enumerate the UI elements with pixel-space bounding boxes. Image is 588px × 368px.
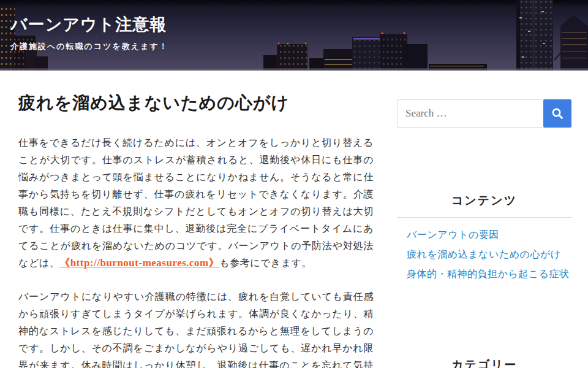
burnout-measures-url-link[interactable]: 《http://burnout-measures.com》: [59, 257, 219, 269]
list-item: 疲れを溜め込まないための心がけ: [407, 245, 571, 264]
list-item: バーンアウトの要因: [407, 225, 571, 245]
search-button[interactable]: [543, 99, 571, 128]
paragraph-text: も参考にできます。: [219, 258, 312, 268]
main-wrap: 疲れを溜め込まないための心がけ 仕事をできるだけ長く続けるためには、オンとオフを…: [0, 71, 588, 368]
site-header: バーンアウト注意報 介護施設への転職のコツを教えます！: [0, 0, 588, 71]
site-title-link[interactable]: バーンアウト注意報: [10, 16, 167, 34]
contents-link-list: バーンアウトの要因 疲れを溜め込まないための心がけ 身体的・精神的負担から起こる…: [397, 225, 571, 284]
search-icon: [551, 107, 564, 120]
sidebar-link-avoid-fatigue[interactable]: 疲れを溜め込まないための心がけ: [407, 249, 561, 259]
sidebar-link-symptoms[interactable]: 身体的・精神的負担から起こる症状: [407, 269, 570, 279]
categories-widget: カテゴリー: [397, 357, 571, 368]
site-tagline: 介護施設への転職のコツを教えます！: [10, 41, 168, 52]
contents-widget: コンテンツ バーンアウトの要因 疲れを溜め込まないための心がけ 身体的・精神的負…: [397, 193, 571, 284]
search-input[interactable]: [397, 99, 543, 128]
article-paragraph-1: 仕事をできるだけ長く続けるためには、オンとオフをしっかりと切り替えることが大切で…: [18, 134, 374, 272]
list-item: 身体的・精神的負担から起こる症状: [407, 264, 571, 284]
sidebar-link-burnout-causes[interactable]: バーンアウトの要因: [407, 229, 499, 240]
sidebar: コンテンツ バーンアウトの要因 疲れを溜め込まないための心がけ 身体的・精神的負…: [397, 71, 571, 368]
article-paragraph-2: バーンアウトになりやすい介護職の特徴には、疲れを自覚していても責任感から頑張りす…: [18, 288, 374, 368]
search-form: [397, 99, 571, 128]
article-content: 仕事をできるだけ長く続けるためには、オンとオフをしっかりと切り替えることが大切で…: [18, 134, 374, 368]
site-branding: バーンアウト注意報 介護施設への転職のコツを教えます！: [10, 16, 168, 52]
article: 疲れを溜め込まないための心がけ 仕事をできるだけ長く続けるためには、オンとオフを…: [18, 71, 374, 368]
page: バーンアウト注意報 介護施設への転職のコツを教えます！ 疲れを溜め込まないための…: [0, 0, 588, 368]
paragraph-text: 仕事をできるだけ長く続けるためには、オンとオフをしっかりと切り替えることが大切で…: [18, 137, 374, 268]
contents-widget-title: コンテンツ: [397, 193, 571, 218]
article-title: 疲れを溜め込まないための心がけ: [18, 93, 374, 113]
categories-widget-title: カテゴリー: [397, 357, 571, 368]
